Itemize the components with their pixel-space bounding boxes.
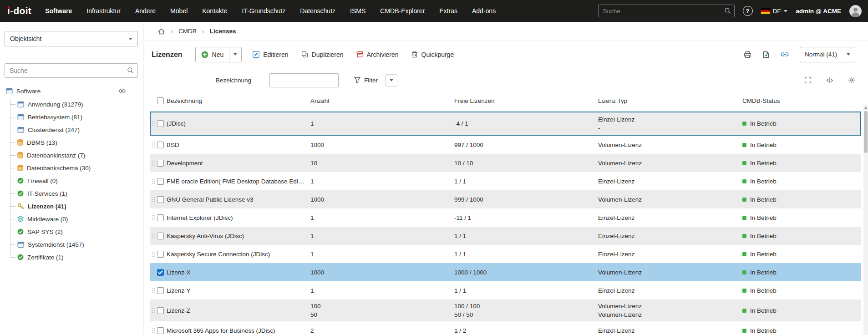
edit-button[interactable]: Editieren [253, 51, 288, 58]
column-header-anzahl[interactable]: Anzahl [310, 94, 454, 107]
row-checkbox[interactable] [157, 287, 164, 294]
help-icon[interactable]: ? [743, 6, 753, 16]
language-selector[interactable]: DE [761, 8, 788, 15]
nav-item-kontakte[interactable]: Kontakte [202, 7, 227, 15]
drag-handle-icon[interactable] [152, 215, 155, 221]
sidebar-item-it-services-1[interactable]: IT-Services (1) [10, 187, 138, 200]
drag-handle-icon[interactable] [152, 308, 155, 314]
row-checkbox[interactable] [157, 327, 164, 334]
home-icon[interactable] [157, 28, 165, 35]
app-logo[interactable]: i-doit [7, 5, 31, 16]
table-row[interactable]: Internet Explorer (JDisc)1-11 / 1Einzel-… [150, 208, 861, 227]
drag-handle-icon[interactable] [152, 160, 155, 166]
archive-button[interactable]: Archivieren [356, 51, 399, 58]
table-row[interactable]: Development1010 / 10Volumen-LizenzIn Bet… [150, 154, 861, 172]
eye-icon[interactable] [118, 88, 126, 94]
filter-button[interactable]: Filter [354, 77, 378, 84]
sidebar-item-dbms-13[interactable]: DBMS (13) [10, 136, 138, 149]
column-header-lizenz-typ[interactable]: Lizenz Typ [598, 94, 742, 107]
row-checkbox[interactable] [157, 269, 164, 276]
column-header-bezeichnung[interactable]: Bezeichnung [167, 94, 310, 107]
select-all-checkbox[interactable] [157, 97, 164, 104]
row-checkbox[interactable] [157, 160, 164, 167]
table-row[interactable]: Lizenz-Z10050100 / 10050 / 50Volumen-Liz… [150, 299, 861, 321]
table-row[interactable]: Kaspersky Anti-Virus (JDisc)11 / 1Einzel… [150, 227, 861, 245]
row-checkbox[interactable] [157, 214, 164, 221]
user-label[interactable]: admin @ ACME [796, 8, 841, 15]
sidebar-item-firewall-0[interactable]: Firewall (0) [10, 174, 138, 187]
new-button[interactable]: Neu [195, 47, 242, 62]
table-row[interactable]: Lizenz-X10001000 / 1000Volumen-LizenzIn … [150, 263, 861, 281]
scroll-thumb[interactable] [864, 111, 868, 153]
sidebar-item-anwendung-31279[interactable]: Anwendung (31279) [10, 98, 138, 111]
nav-item-software[interactable]: Software [45, 7, 72, 15]
drag-handle-icon[interactable] [152, 178, 155, 184]
table-row[interactable]: Lizenz-Y11 / 1Einzel-LizenzIn Betrieb [150, 281, 861, 299]
scroll-up-arrow[interactable] [864, 107, 867, 109]
new-dropdown-toggle[interactable] [229, 47, 241, 62]
sidebar-item-systemdienst-1457[interactable]: Systemdienst (1457) [10, 238, 138, 251]
column-header-cmdb-status[interactable]: CMDB-Status [742, 94, 861, 107]
row-checkbox[interactable] [157, 251, 164, 258]
tree-root-software[interactable]: Software [5, 84, 138, 98]
nav-item-andere[interactable]: Andere [135, 7, 156, 15]
drag-handle-icon[interactable] [152, 233, 155, 239]
quickpurge-button[interactable]: Quickpurge [411, 51, 454, 58]
filter-input[interactable] [269, 73, 339, 87]
sidebar-item-lizenzen-41[interactable]: Lizenzen (41) [10, 200, 138, 213]
new-button-main[interactable]: Neu [196, 47, 229, 62]
filter-dropdown-toggle[interactable] [385, 74, 397, 86]
row-checkbox[interactable] [157, 178, 164, 185]
scrollbar[interactable] [863, 105, 868, 335]
print-icon[interactable] [744, 51, 751, 58]
nav-item-isms[interactable]: ISMS [350, 7, 365, 15]
row-checkbox[interactable] [157, 142, 164, 148]
nav-item-cmdb-explorer[interactable]: CMDB-Explorer [380, 7, 425, 15]
table-row[interactable]: (JDisc)1-4 / 1Einzel-Lizenz-In Betrieb [150, 112, 861, 136]
drag-handle-icon[interactable] [152, 328, 155, 334]
table-row[interactable]: FME oracle Edition( FME Desktop Database… [150, 172, 861, 190]
drag-handle-icon[interactable] [152, 142, 155, 148]
nav-item-add-ons[interactable]: Add-ons [472, 7, 496, 15]
nav-item-infrastruktur[interactable]: Infrastruktur [86, 7, 121, 15]
sidebar-item-sap-sys-2[interactable]: SAP SYS (2) [10, 225, 138, 238]
drag-handle-icon[interactable] [152, 197, 155, 203]
drag-handle-icon[interactable] [152, 269, 155, 275]
drag-handle-icon[interactable] [152, 121, 155, 127]
sidebar-item-betriebssystem-81[interactable]: Betriebssystem (81) [10, 111, 138, 123]
object-view-select[interactable]: Objektsicht [5, 31, 138, 46]
nav-item-datenschutz[interactable]: Datenschutz [300, 7, 335, 15]
drag-handle-icon[interactable] [152, 288, 155, 294]
column-header-freie-lizenzen[interactable]: Freie Lizenzen [454, 94, 598, 107]
export-icon[interactable] [762, 51, 770, 58]
search-icon[interactable] [724, 7, 731, 14]
nav-item-extras[interactable]: Extras [439, 7, 457, 15]
fit-width-icon[interactable] [804, 76, 812, 84]
sidebar-item-datenbankinstanz-7[interactable]: Datenbankinstanz (7) [10, 149, 138, 162]
breadcrumb-cmdb[interactable]: CMDB [178, 28, 197, 35]
nav-item-m-bel[interactable]: Möbel [170, 7, 188, 15]
column-resize-icon[interactable] [826, 77, 833, 84]
table-row[interactable]: GNU General Public License v31000999 / 1… [150, 190, 861, 208]
settings-icon[interactable] [848, 76, 855, 84]
search-icon[interactable] [127, 67, 134, 74]
table-row[interactable]: BSD1000997 / 1000Volumen-LizenzIn Betrie… [150, 136, 861, 154]
table-row[interactable]: Microsoft 365 Apps for Business (JDisc)2… [150, 321, 861, 335]
row-checkbox[interactable] [157, 120, 164, 127]
avatar[interactable] [849, 5, 862, 17]
sidebar-item-datenbankschema-30[interactable]: Datenbankschema (30) [10, 162, 138, 174]
sidebar-item-middleware-0[interactable]: Middleware (0) [10, 213, 138, 225]
sidebar-item-clusterdienst-247[interactable]: Clusterdienst (247) [10, 123, 138, 136]
duplicate-button[interactable]: Duplizieren [301, 51, 344, 58]
status-filter-select[interactable]: Normal (41) [800, 47, 855, 62]
row-checkbox[interactable] [157, 196, 164, 203]
nav-item-it-grundschutz[interactable]: IT-Grundschutz [242, 7, 286, 15]
row-checkbox[interactable] [157, 233, 164, 239]
sidebar-item-zertifikate-1[interactable]: Zertifikate (1) [10, 251, 138, 264]
breadcrumb-licenses[interactable]: Licenses [210, 28, 236, 35]
row-checkbox[interactable] [157, 307, 164, 314]
link-icon[interactable] [781, 52, 789, 57]
drag-handle-icon[interactable] [152, 251, 155, 257]
table-row[interactable]: Kaspersky Secure Connection (JDisc)11 / … [150, 245, 861, 263]
sidebar-search-input[interactable] [5, 63, 138, 78]
